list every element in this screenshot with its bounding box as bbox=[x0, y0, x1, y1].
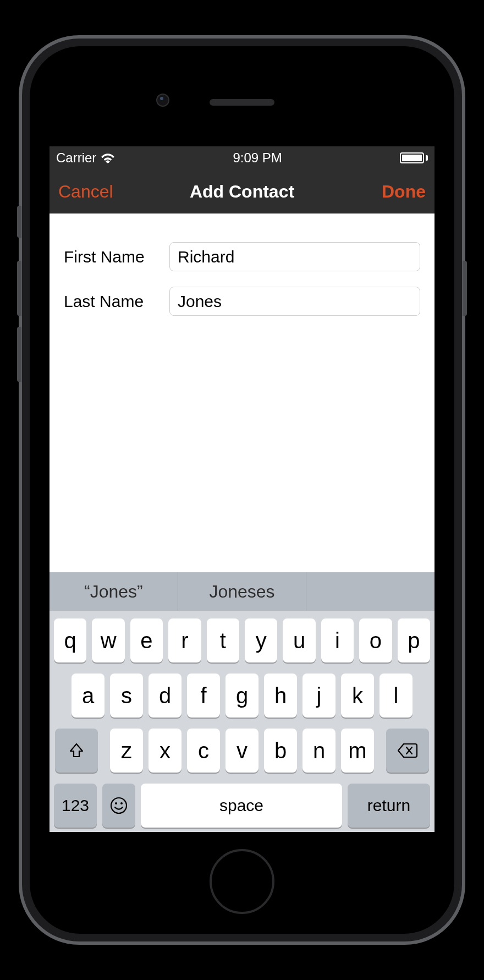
key-d[interactable]: d bbox=[148, 674, 182, 718]
form: First Name Last Name bbox=[50, 213, 435, 572]
shift-key[interactable] bbox=[55, 729, 98, 773]
key-m[interactable]: m bbox=[341, 729, 374, 773]
stage: Carrier 9:09 PM bbox=[0, 0, 484, 980]
return-key[interactable]: return bbox=[348, 784, 430, 828]
mute-switch bbox=[17, 206, 21, 238]
key-p[interactable]: p bbox=[398, 618, 430, 663]
clock: 9:09 PM bbox=[233, 150, 282, 166]
first-name-label: First Name bbox=[64, 248, 160, 266]
key-k[interactable]: k bbox=[341, 674, 374, 718]
cancel-button[interactable]: Cancel bbox=[58, 182, 113, 202]
key-o[interactable]: o bbox=[359, 618, 392, 663]
last-name-field[interactable] bbox=[169, 287, 420, 316]
key-e[interactable]: e bbox=[130, 618, 163, 663]
predictive-bar: “Jones” Joneses bbox=[50, 572, 435, 611]
key-n[interactable]: n bbox=[302, 729, 336, 773]
volume-up bbox=[17, 261, 21, 316]
key-h[interactable]: h bbox=[264, 674, 297, 718]
numbers-key[interactable]: 123 bbox=[54, 784, 97, 828]
key-j[interactable]: j bbox=[302, 674, 336, 718]
key-a[interactable]: a bbox=[72, 674, 105, 718]
svg-point-0 bbox=[111, 798, 127, 813]
key-r[interactable]: r bbox=[168, 618, 201, 663]
key-f[interactable]: f bbox=[187, 674, 220, 718]
keyboard-row-2: a s d f g h j k l bbox=[54, 674, 430, 718]
last-name-label: Last Name bbox=[64, 292, 160, 311]
key-l[interactable]: l bbox=[380, 674, 413, 718]
front-camera bbox=[156, 94, 169, 107]
power-button bbox=[463, 261, 467, 316]
screen: Carrier 9:09 PM bbox=[50, 146, 435, 832]
keyboard-row-1: q w e r t y u i o p bbox=[54, 618, 430, 663]
status-bar: Carrier 9:09 PM bbox=[50, 146, 435, 169]
key-b[interactable]: b bbox=[264, 729, 297, 773]
key-y[interactable]: y bbox=[245, 618, 277, 663]
backspace-icon bbox=[397, 743, 418, 758]
last-name-row: Last Name bbox=[64, 287, 420, 316]
shift-icon bbox=[68, 742, 85, 759]
keyboard: q w e r t y u i o p a bbox=[50, 611, 435, 832]
home-button[interactable] bbox=[210, 849, 274, 914]
carrier-label: Carrier bbox=[56, 150, 96, 166]
key-x[interactable]: x bbox=[148, 729, 182, 773]
key-q[interactable]: q bbox=[54, 618, 86, 663]
key-t[interactable]: t bbox=[207, 618, 239, 663]
key-v[interactable]: v bbox=[226, 729, 258, 773]
predictive-suggestion[interactable]: “Jones” bbox=[50, 572, 178, 611]
device-frame: Carrier 9:09 PM bbox=[19, 35, 465, 945]
backspace-key[interactable] bbox=[386, 729, 429, 773]
predictive-suggestion[interactable] bbox=[306, 572, 435, 611]
key-s[interactable]: s bbox=[110, 674, 143, 718]
first-name-row: First Name bbox=[64, 242, 420, 271]
wifi-icon bbox=[101, 152, 115, 163]
done-button[interactable]: Done bbox=[382, 182, 426, 202]
svg-point-1 bbox=[115, 802, 117, 804]
device-frame-inner: Carrier 9:09 PM bbox=[22, 39, 462, 941]
emoji-key[interactable] bbox=[102, 784, 135, 828]
keyboard-row-4: 123 bbox=[54, 784, 430, 828]
emoji-icon bbox=[109, 796, 128, 815]
key-i[interactable]: i bbox=[321, 618, 354, 663]
keyboard-row-3: z x c v b n m bbox=[54, 729, 430, 773]
first-name-field[interactable] bbox=[169, 242, 420, 271]
key-g[interactable]: g bbox=[226, 674, 258, 718]
device-body: Carrier 9:09 PM bbox=[30, 46, 454, 934]
space-key[interactable]: space bbox=[141, 784, 342, 828]
predictive-suggestion[interactable]: Joneses bbox=[178, 572, 307, 611]
earpiece bbox=[210, 99, 274, 106]
volume-down bbox=[17, 327, 21, 382]
svg-point-2 bbox=[120, 802, 123, 804]
key-w[interactable]: w bbox=[92, 618, 124, 663]
key-z[interactable]: z bbox=[110, 729, 143, 773]
key-u[interactable]: u bbox=[283, 618, 315, 663]
navigation-bar: Cancel Add Contact Done bbox=[50, 169, 435, 213]
key-c[interactable]: c bbox=[187, 729, 220, 773]
battery-icon bbox=[400, 152, 428, 163]
